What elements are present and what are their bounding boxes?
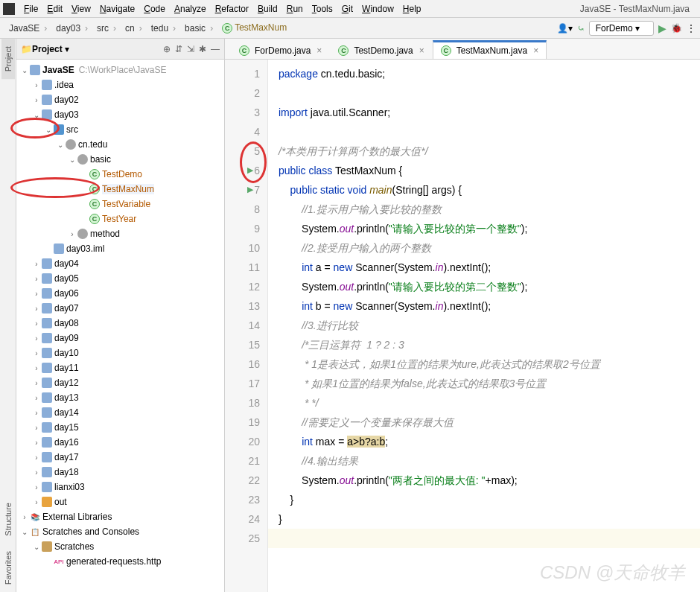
project-root[interactable]: JavaSE [42, 65, 74, 75]
collapse-icon[interactable]: ⇵ [175, 44, 182, 54]
tree-method[interactable]: ›method [16, 226, 224, 241]
tree-day03[interactable]: ⌄day03 [16, 107, 224, 122]
menu-git[interactable]: Git [337, 2, 357, 16]
tree-Scratches[interactable]: ⌄Scratches [16, 539, 224, 554]
crumb-class[interactable]: CTestMaxNum [217, 21, 291, 35]
project-tree[interactable]: ⌄ JavaSE C:\WorkPlace\JavaSE ›.idea›day0… [16, 60, 224, 592]
target-icon[interactable]: ⊕ [163, 44, 171, 54]
close-icon[interactable]: × [419, 45, 424, 56]
sidebar-tab-structure[interactable]: Structure [1, 495, 15, 544]
scratch-icon: 📋 [30, 526, 40, 537]
menu-edit[interactable]: Edit [42, 2, 67, 16]
tab-ForDemo.java[interactable]: CForDemo.java× [231, 42, 330, 59]
tree-day15[interactable]: ›day15 [16, 420, 224, 435]
folder-icon [42, 497, 52, 507]
menu-analyze[interactable]: Analyze [170, 2, 211, 16]
tree-day10[interactable]: ›day10 [16, 346, 224, 360]
hammer-icon[interactable]: ⤿ [577, 23, 585, 34]
tree-day08[interactable]: ›day08 [16, 316, 224, 331]
menu-help[interactable]: Help [398, 2, 426, 16]
tree-TestYear[interactable]: CTestYear [16, 211, 224, 226]
crumb-basic[interactable]: basic [180, 22, 217, 35]
project-panel: 📁 Project ▾ ⊕ ⇵ ⇲ ✱ — ⌄ JavaSE C:\WorkPl… [16, 39, 225, 592]
sidebar-tab-favorites[interactable]: Favorites [1, 544, 15, 592]
tree-day12[interactable]: ›day12 [16, 375, 224, 390]
tree-day11[interactable]: ›day11 [16, 360, 224, 375]
tree-TestMaxNum[interactable]: CTestMaxNum [16, 182, 224, 197]
tree-Scratches and Consoles[interactable]: ⌄📋Scratches and Consoles [16, 524, 224, 539]
app-icon [3, 3, 15, 15]
gear-icon[interactable]: ✱ [199, 44, 206, 54]
code-editor[interactable]: 123456▶7▶8910111213141516171819202122232… [225, 60, 700, 592]
menu-file[interactable]: File [19, 2, 42, 16]
tree-day02[interactable]: ›day02 [16, 92, 224, 107]
tree-day06[interactable]: ›day06 [16, 286, 224, 301]
folder-icon [42, 363, 52, 373]
folder-icon [77, 154, 88, 165]
crumb-cn[interactable]: cn [121, 22, 147, 35]
crumb-tedu[interactable]: tedu [147, 22, 180, 35]
menu-window[interactable]: Window [357, 2, 398, 16]
tree-src[interactable]: ⌄src [16, 122, 224, 137]
tree-TestVariable[interactable]: CTestVariable [16, 197, 224, 211]
breadcrumb-bar: JavaSEday03srccntedubasicCTestMaxNum 👤▾ … [0, 18, 700, 39]
lib-icon: 📚 [30, 512, 40, 522]
folder-icon [42, 109, 52, 120]
api-icon: API [54, 556, 64, 567]
tree-basic[interactable]: ⌄basic [16, 152, 224, 167]
crumb-day03[interactable]: day03 [51, 22, 92, 35]
tree-out[interactable]: ›out [16, 494, 224, 509]
folder-icon [77, 229, 88, 239]
tree-day17[interactable]: ›day17 [16, 450, 224, 465]
class-icon: C [441, 45, 451, 56]
menu-view[interactable]: View [67, 2, 95, 16]
expand-icon[interactable]: ⇲ [187, 44, 194, 54]
user-icon[interactable]: 👤▾ [557, 23, 573, 34]
tree-day18[interactable]: ›day18 [16, 465, 224, 480]
tree-generated-requests.http[interactable]: APIgenerated-requests.http [16, 554, 224, 569]
gutter-run-icon[interactable]: ▶ [247, 185, 253, 194]
tree-.idea[interactable]: ›.idea [16, 77, 224, 92]
tree-day03.iml[interactable]: day03.iml [16, 241, 224, 256]
crumb-src[interactable]: src [92, 22, 121, 35]
class-icon: C [338, 45, 349, 56]
folder-icon [42, 392, 52, 403]
class-icon: C [239, 45, 249, 56]
menu-refactor[interactable]: Refactor [211, 2, 253, 16]
project-panel-title: Project [32, 44, 63, 54]
debug-button[interactable]: 🐞 [671, 23, 682, 34]
tab-TestMaxNum.java[interactable]: CTestMaxNum.java× [433, 40, 547, 59]
gutter-run-icon[interactable]: ▶ [247, 165, 253, 175]
tree-TestDemo[interactable]: CTestDemo [16, 167, 224, 182]
more-icon[interactable]: ⋮ [687, 23, 696, 34]
tab-TestDemo.java[interactable]: CTestDemo.java× [330, 42, 432, 59]
menu-navigate[interactable]: Navigate [95, 2, 139, 16]
tree-day16[interactable]: ›day16 [16, 435, 224, 450]
tree-day07[interactable]: ›day07 [16, 301, 224, 316]
menu-code[interactable]: Code [139, 2, 170, 16]
folder-icon [42, 407, 52, 418]
hide-icon[interactable]: — [211, 44, 220, 54]
folder-icon [54, 244, 64, 254]
sidebar-tab-project[interactable]: Project [1, 39, 15, 79]
crumb-JavaSE[interactable]: JavaSE [4, 22, 51, 35]
folder-icon [54, 124, 64, 135]
tree-day14[interactable]: ›day14 [16, 405, 224, 420]
close-icon[interactable]: × [316, 45, 322, 56]
code-lines[interactable]: package cn.tedu.basic;import java.util.S… [268, 60, 700, 592]
tree-day04[interactable]: ›day04 [16, 256, 224, 271]
tree-day05[interactable]: ›day05 [16, 271, 224, 286]
folder-icon [42, 333, 52, 343]
run-button[interactable]: ▶ [658, 22, 666, 34]
close-icon[interactable]: × [533, 45, 538, 56]
menu-build[interactable]: Build [253, 2, 282, 16]
tree-External Libraries[interactable]: ›📚External Libraries [16, 509, 224, 524]
tree-lianxi03[interactable]: ›lianxi03 [16, 480, 224, 494]
menu-bar: FileEditViewNavigateCodeAnalyzeRefactorB… [0, 0, 700, 18]
tree-cn.tedu[interactable]: ⌄cn.tedu [16, 137, 224, 152]
tree-day13[interactable]: ›day13 [16, 390, 224, 405]
tree-day09[interactable]: ›day09 [16, 331, 224, 346]
run-config-select[interactable]: ForDemo ▾ [589, 21, 654, 36]
menu-run[interactable]: Run [282, 2, 308, 16]
menu-tools[interactable]: Tools [308, 2, 337, 16]
